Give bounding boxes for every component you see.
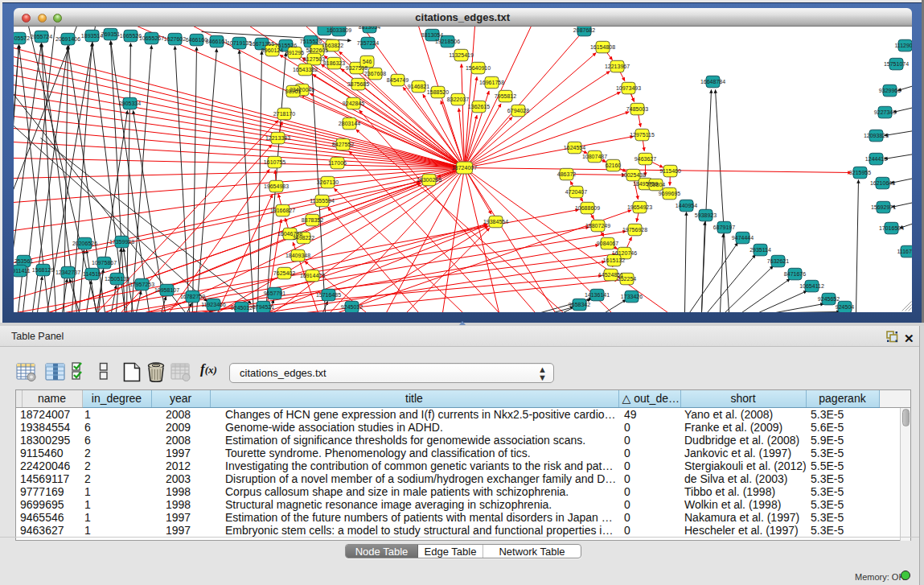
svg-text:9115460: 9115460 [659, 168, 681, 174]
svg-text:16154808: 16154808 [589, 44, 614, 50]
svg-text:9327508: 9327508 [345, 65, 367, 71]
svg-text:16210643: 16210643 [869, 180, 894, 186]
svg-text:1527602: 1527602 [163, 36, 185, 42]
svg-text:8813054: 8813054 [358, 27, 380, 30]
svg-text:759804: 759804 [646, 182, 664, 187]
svg-text:17957253: 17957253 [129, 282, 154, 287]
svg-text:114519: 114519 [83, 271, 101, 277]
svg-text:18807249: 18807249 [585, 223, 610, 229]
svg-text:19756928: 19756928 [622, 227, 647, 233]
svg-text:10973493: 10973493 [615, 85, 640, 91]
svg-text:9657791: 9657791 [263, 290, 285, 296]
svg-text:9699695: 9699695 [658, 191, 680, 196]
svg-text:7955812: 7955812 [494, 93, 515, 99]
svg-text:7357224: 7357224 [356, 40, 378, 46]
svg-text:15692971: 15692971 [870, 204, 895, 210]
svg-text:18300295: 18300295 [416, 177, 441, 183]
svg-text:19166827: 19166827 [269, 208, 294, 213]
svg-text:16033809: 16033809 [326, 27, 351, 33]
svg-text:10025438: 10025438 [620, 172, 645, 178]
svg-text:1440954: 1440954 [675, 203, 696, 208]
svg-text:19654983: 19654983 [263, 183, 288, 189]
svg-text:1733426: 1733426 [620, 294, 642, 299]
svg-text:15751074: 15751074 [883, 61, 908, 67]
svg-text:8427552: 8427552 [331, 142, 353, 147]
svg-text:252254: 252254 [617, 276, 635, 282]
svg-text:8322037: 8322037 [446, 97, 468, 102]
svg-text:8794521: 8794521 [252, 304, 273, 310]
svg-text:2935114: 2935114 [749, 247, 771, 253]
svg-text:10719135: 10719135 [226, 40, 251, 46]
svg-text:12342737: 12342737 [55, 270, 80, 275]
svg-text:11325419: 11325419 [449, 52, 474, 58]
svg-text:4720407: 4720407 [565, 189, 586, 195]
svg-text:1405572: 1405572 [14, 35, 30, 41]
svg-text:1624554: 1624554 [563, 145, 585, 150]
svg-text:1116753: 1116753 [897, 249, 912, 254]
svg-text:3875685: 3875685 [347, 81, 368, 87]
svg-text:8471676: 8471676 [783, 271, 805, 277]
svg-text:9658342: 9658342 [568, 302, 589, 307]
svg-text:1893514: 1893514 [80, 33, 102, 39]
svg-text:117006: 117006 [328, 160, 347, 166]
svg-text:15640910: 15640910 [465, 65, 490, 71]
svg-text:7625402: 7625402 [273, 270, 294, 276]
svg-text:20206526: 20206526 [72, 241, 97, 246]
svg-text:6879197: 6879197 [713, 225, 734, 230]
svg-text:14136141: 14136141 [584, 292, 609, 298]
svg-text:1362615: 1362615 [467, 104, 489, 109]
svg-text:10654112: 10654112 [799, 283, 824, 289]
svg-text:486372: 486372 [556, 171, 575, 177]
svg-text:16543382: 16543382 [292, 67, 317, 72]
svg-text:17016504: 17016504 [878, 225, 903, 231]
svg-text:1112905: 1112905 [894, 43, 912, 48]
svg-text:1610755: 1610755 [263, 159, 285, 165]
svg-text:9242845: 9242845 [342, 101, 363, 106]
svg-text:9245012: 9245012 [230, 305, 252, 311]
svg-text:2803144: 2803144 [338, 121, 359, 126]
svg-text:16961758: 16961758 [478, 80, 503, 85]
svg-text:8454749: 8454749 [386, 77, 408, 83]
svg-text:10975867: 10975867 [91, 260, 116, 266]
svg-text:6466160: 6466160 [185, 37, 207, 43]
svg-text:11355594: 11355594 [310, 198, 335, 204]
svg-text:19654923: 19654923 [626, 204, 651, 210]
svg-text:16782759: 16782759 [179, 294, 204, 299]
svg-text:16671355: 16671355 [248, 41, 273, 47]
svg-text:20691406: 20691406 [55, 36, 80, 42]
svg-text:10958107: 10958107 [154, 287, 179, 293]
svg-text:8186323: 8186323 [322, 60, 344, 66]
svg-text:15716485: 15716485 [315, 292, 340, 298]
svg-text:10655267: 10655267 [138, 35, 163, 41]
svg-text:2055724: 2055724 [30, 34, 51, 39]
svg-text:924504: 924504 [835, 304, 853, 310]
svg-text:19384554: 19384554 [483, 219, 507, 225]
svg-text:1588520: 1588520 [426, 89, 448, 95]
svg-text:62160: 62160 [605, 163, 621, 168]
svg-text:12213383: 12213383 [265, 135, 290, 141]
svg-text:546: 546 [362, 59, 372, 64]
svg-text:8960124: 8960124 [261, 47, 282, 53]
svg-text:8813054: 8813054 [421, 32, 442, 38]
svg-text:19218506: 19218506 [434, 39, 459, 44]
svg-text:12093823: 12093823 [863, 133, 888, 138]
svg-text:12975115: 12975115 [630, 132, 655, 138]
svg-text:3267130: 3267130 [316, 179, 338, 185]
svg-text:3911411: 3911411 [14, 268, 31, 274]
svg-text:7485003: 7485003 [626, 106, 647, 112]
svg-text:9127503: 9127503 [302, 56, 324, 62]
svg-text:891295: 891295 [285, 50, 303, 56]
svg-text:5938923: 5938923 [694, 212, 716, 218]
svg-text:9084067: 9084067 [596, 241, 618, 246]
svg-text:16648784: 16648784 [700, 79, 725, 84]
svg-text:8878352: 8878352 [301, 217, 322, 223]
svg-text:2087682: 2087682 [573, 27, 594, 33]
svg-text:12505135: 12505135 [104, 276, 129, 282]
svg-text:769351: 769351 [101, 31, 119, 37]
svg-text:98961: 98961 [285, 89, 301, 94]
svg-text:1615132: 1615132 [602, 257, 624, 263]
svg-text:16914479: 16914479 [299, 273, 324, 278]
svg-text:1244415: 1244415 [864, 156, 886, 162]
svg-text:16120746: 16120746 [611, 250, 636, 256]
svg-text:9474444: 9474444 [731, 235, 753, 241]
